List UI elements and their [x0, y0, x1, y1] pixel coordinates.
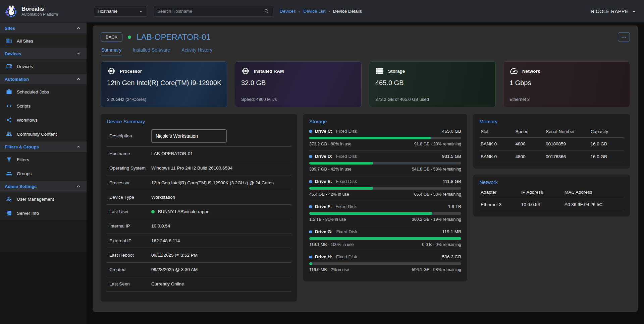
device-header: BACK LAB-OPERATOR-01 ⋯: [101, 32, 630, 42]
table-cell: 16.0 GB: [589, 138, 624, 150]
user-menu[interactable]: NICOLE RAPPE: [591, 9, 637, 14]
sidebar-item-filters[interactable]: Filters: [0, 152, 87, 167]
sidebar-item-groups[interactable]: Groups: [0, 167, 87, 181]
stat-card-value: 32.0 GB: [241, 79, 355, 87]
cpu-icon: [107, 67, 116, 75]
summary-label: External IP: [107, 238, 151, 244]
description-input[interactable]: [151, 129, 227, 143]
page-title: LAB-OPERATOR-01: [137, 33, 211, 42]
right-column: Memory SlotSpeedSerial NumberCapacity BA…: [473, 114, 630, 216]
tab-bar: SummaryInstalled SoftwareActivity Histor…: [101, 46, 630, 57]
section-title: Sites: [5, 26, 15, 31]
people-icon: [6, 171, 12, 177]
drive-remaining-text: 596.1 GB - 98% remaining: [412, 267, 461, 272]
sidebar-item-scheduled-jobs[interactable]: Scheduled Jobs: [0, 85, 87, 99]
sidebar-item-all-sites[interactable]: All Sites: [0, 34, 87, 48]
sidebar-section-header-filters-groups[interactable]: Filters & Groups: [0, 141, 87, 152]
sidebar: Borealis Automation Platform Sites All S…: [0, 0, 87, 324]
back-button[interactable]: BACK: [101, 32, 122, 42]
cpu-icon: [241, 67, 250, 75]
code-icon: [6, 103, 12, 109]
chevron-down-icon: [631, 9, 637, 14]
sidebar-section-header-admin-settings[interactable]: Admin Settings: [0, 181, 87, 192]
search-input[interactable]: [157, 9, 264, 14]
sidebar-item-label: User Management: [17, 197, 54, 202]
search-box[interactable]: [154, 6, 273, 17]
people-icon: [6, 131, 12, 137]
summary-value: 09/28/2025 @ 3:30 AM: [151, 266, 198, 273]
tab-installed-software[interactable]: Installed Software: [132, 46, 171, 56]
hostname-filter-select[interactable]: Hostname: [94, 6, 147, 17]
drive-type: Fixed Disk: [336, 129, 357, 134]
sidebar-item-community-content[interactable]: Community Content: [0, 127, 87, 141]
drive-usage-bar: [309, 162, 461, 165]
sidebar-section-header-devices[interactable]: Devices: [0, 48, 87, 59]
summary-label: Operating System: [107, 165, 151, 171]
column-header: Capacity: [589, 126, 624, 138]
drive-bullet-icon: [309, 130, 312, 133]
summary-label: Description: [107, 133, 151, 139]
drive-usage-fill: [309, 137, 431, 139]
sidebar-section-header-automation[interactable]: Automation: [0, 73, 87, 85]
breadcrumb-link[interactable]: Device List: [303, 9, 325, 14]
sidebar-item-scripts[interactable]: Scripts: [0, 99, 87, 113]
table-cell: 4800: [514, 150, 544, 163]
sidebar-section-header-sites[interactable]: Sites: [0, 22, 87, 34]
drive-name: Drive H:: [315, 254, 332, 259]
person-gear-icon: [6, 196, 12, 202]
section-items: All Sites: [0, 34, 87, 48]
memory-panel: Memory SlotSpeedSerial NumberCapacity BA…: [473, 114, 630, 169]
sidebar-item-label: All Sites: [17, 39, 33, 44]
stat-card-footer: 3.20GHz (24-Cores): [107, 97, 221, 102]
funnel-icon: [6, 156, 12, 163]
drive-usage-fill: [309, 162, 373, 165]
summary-row: Device Type Workstation: [107, 190, 291, 205]
tab-activity-history[interactable]: Activity History: [181, 46, 213, 56]
drive-bullet-icon: [309, 180, 312, 183]
drive-remaining-text: 541.8 GB - 58% remaining: [412, 167, 461, 172]
drive-name: Drive G:: [315, 229, 333, 234]
network-table: AdapterIP AddressMAC Address Ethernet 31…: [479, 186, 624, 211]
section-title: Devices: [5, 51, 21, 56]
memory-title: Memory: [479, 119, 624, 124]
sidebar-section-automation: Automation Scheduled Jobs Scripts Workfl…: [0, 73, 87, 141]
stat-card-label: Processor: [120, 69, 142, 74]
sidebar-item-workflows[interactable]: Workflows: [0, 113, 87, 127]
drive-usage-fill: [309, 237, 461, 240]
device-details-card: BACK LAB-OPERATOR-01 ⋯ SummaryInstalled …: [93, 25, 638, 312]
sidebar-item-user-management[interactable]: User Management: [0, 192, 87, 206]
chevron-up-icon: [76, 51, 81, 56]
sidebar-item-server-info[interactable]: Server Info: [0, 206, 87, 220]
online-status-dot: [128, 36, 131, 39]
device-summary-panel: Device Summary Description Hostname LAB-…: [101, 114, 297, 302]
drive-row: Drive H: Fixed Disk 596.2 GB 116.0 MB - …: [309, 251, 461, 276]
building-icon: [6, 38, 12, 44]
table-cell: 10.0.0.54: [520, 198, 563, 211]
breadcrumb-current: Device Details: [333, 9, 362, 14]
tab-summary[interactable]: Summary: [101, 46, 122, 56]
drive-used-text: 389.7 GB - 42% in use: [309, 167, 352, 172]
stat-card-head: Network: [509, 67, 624, 75]
stat-card-label: Storage: [388, 69, 405, 74]
summary-value: 10.0.0.54: [151, 223, 170, 230]
breadcrumb-link[interactable]: Devices: [280, 9, 296, 14]
summary-value: 162.248.8.114: [151, 238, 180, 244]
table-cell: BANK 0: [479, 150, 514, 163]
breadcrumb-separator: ›: [299, 9, 300, 14]
drive-used-text: 119.1 MB - 100% in use: [309, 242, 354, 247]
drive-used-text: 1.5 TB - 81% in use: [309, 217, 346, 222]
stat-card-label: Network: [522, 69, 540, 74]
search-icon: [264, 9, 269, 14]
drive-size: 1.9 TB: [448, 204, 461, 209]
topbar: Hostname Devices›Device List›Device Deta…: [87, 0, 644, 22]
more-options-button[interactable]: ⋯: [618, 32, 630, 42]
sidebar-tail: [0, 220, 87, 252]
sidebar-item-label: Scheduled Jobs: [17, 89, 49, 94]
summary-label: Device Type: [107, 194, 151, 200]
drive-type: Fixed Disk: [336, 179, 357, 184]
stat-card-value: 12th Gen Intel(R) Core(TM) i9-12900K: [107, 79, 221, 87]
summary-value: 09/11/2025 @ 3:52 PM: [151, 252, 198, 259]
stat-card-value: 465.0 GB: [375, 79, 489, 87]
sidebar-item-devices[interactable]: Devices: [0, 59, 87, 73]
drive-name: Drive F:: [315, 204, 332, 209]
